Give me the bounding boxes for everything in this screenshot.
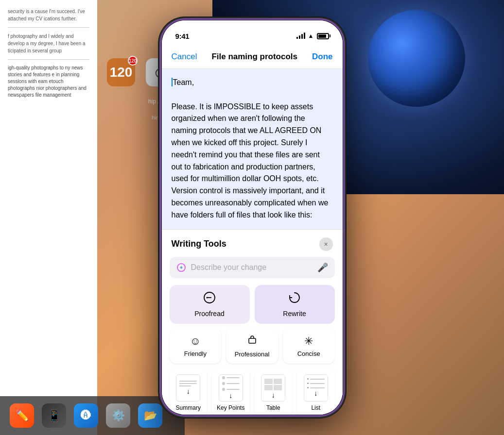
list-text-3 <box>310 387 325 388</box>
document-panel: security is a cause I'm succeed. I've at… <box>0 0 97 435</box>
writing-tools-row-1: Proofread Rewrite <box>162 285 343 324</box>
list-button[interactable]: ↓ List <box>297 368 335 415</box>
summary-arrow-icon: ↓ <box>187 387 190 395</box>
signal-bar-1 <box>296 37 298 39</box>
search-placeholder: Describe your change <box>191 263 313 272</box>
friendly-button[interactable]: ☺ Friendly <box>170 329 222 364</box>
wifi-icon: ▲ <box>308 33 314 39</box>
dock-icon-simulator[interactable]: 📱 <box>42 403 66 428</box>
grid-cell-4 <box>274 385 282 390</box>
text-salutation: Team, <box>172 77 333 89</box>
list-doc-lines <box>307 378 325 388</box>
dock-icon-settings[interactable]: ⚙️ <box>106 403 130 428</box>
list-icon-area: ↓ <box>304 374 328 402</box>
text-body: Please. It is IMPOSSIBLE to keep assets … <box>172 101 333 221</box>
key-points-doc-lines <box>222 376 240 391</box>
line-text-2 <box>226 383 240 384</box>
done-button[interactable]: Done <box>312 52 333 62</box>
rewrite-icon <box>288 291 301 307</box>
signal-bar-2 <box>299 35 300 39</box>
microphone-icon[interactable]: 🎤 <box>317 262 328 273</box>
doc-line-3 <box>179 385 191 386</box>
summary-doc-lines <box>179 381 197 386</box>
table-arrow-icon: ↓ <box>272 391 275 399</box>
app-dock: ✏️ 📱 🅐 ⚙️ 📂 <box>0 396 185 435</box>
signal-bar-3 <box>301 34 303 39</box>
svg-rect-4 <box>249 338 256 343</box>
iphone-frame: 9:41 ▲ Cancel File naming protocols Done <box>160 18 345 417</box>
globe-image <box>368 10 465 107</box>
document-title: File naming protocols <box>211 52 297 62</box>
concise-label: Concise <box>297 350 320 357</box>
doc-divider-2 <box>8 59 89 60</box>
key-points-line-1 <box>222 376 240 379</box>
signal-icon <box>296 33 305 39</box>
cancel-button[interactable]: Cancel <box>172 52 197 62</box>
status-icons: ▲ <box>296 33 329 39</box>
writing-tools-title: Writing Tools <box>172 239 226 249</box>
concise-button[interactable]: ✳ Concise <box>283 329 335 364</box>
table-doc-grid <box>264 379 282 390</box>
text-cursor <box>172 78 173 86</box>
summary-icon-area: ↓ <box>176 374 200 402</box>
doc-divider-1 <box>8 27 89 28</box>
bullet-3 <box>222 388 225 391</box>
list-line-3 <box>307 387 325 388</box>
app-badge-count: 120 <box>128 56 138 66</box>
ai-spark-icon <box>176 263 186 272</box>
proofread-label: Proofread <box>194 310 224 318</box>
signal-bar-4 <box>304 33 305 39</box>
doc-line-2 <box>179 383 197 384</box>
svg-point-3 <box>207 297 208 298</box>
list-line-2 <box>307 383 325 384</box>
rewrite-label: Rewrite <box>283 310 306 318</box>
key-points-label: Key Points <box>217 404 244 411</box>
key-points-icon-area: ↓ <box>219 374 243 402</box>
dock-icon-files[interactable]: 📂 <box>138 403 162 428</box>
navigation-bar: Cancel File naming protocols Done <box>162 45 343 69</box>
professional-button[interactable]: Professional <box>226 329 278 364</box>
badge-number: 120 <box>110 65 133 80</box>
table-button[interactable]: ↓ Table <box>255 368 293 415</box>
writing-tools-row-3: ↓ Summary <box>162 368 343 415</box>
dock-icon-pages[interactable]: ✏️ <box>10 403 34 428</box>
professional-label: Professional <box>235 351 270 358</box>
table-label: Table <box>266 404 280 411</box>
doc-line-1 <box>179 381 197 382</box>
professional-icon <box>247 335 258 348</box>
dock-icon-appstore[interactable]: 🅐 <box>74 403 98 428</box>
table-icon-area: ↓ <box>261 374 285 402</box>
proofread-icon <box>203 291 216 307</box>
battery-fill <box>318 34 326 38</box>
friendly-label: Friendly <box>184 350 207 357</box>
status-time: 9:41 <box>175 32 190 40</box>
proofread-button[interactable]: Proofread <box>170 285 250 324</box>
list-text-1 <box>310 379 325 380</box>
rewrite-button[interactable]: Rewrite <box>255 285 335 324</box>
grid-cell-1 <box>264 379 273 384</box>
summary-label: Summary <box>176 404 201 411</box>
line-text-1 <box>226 377 240 378</box>
app-icon-badge: 120 120 <box>107 58 135 86</box>
key-points-line-2 <box>222 382 240 385</box>
list-bullet-1 <box>307 378 309 380</box>
summary-button[interactable]: ↓ Summary <box>170 368 208 415</box>
text-content-area[interactable]: Team, Please. It is IMPOSSIBLE to keep a… <box>162 69 343 229</box>
writing-tools-search[interactable]: Describe your change 🎤 <box>170 257 335 278</box>
doc-text-2: f photography and l widely and develop a… <box>8 33 89 54</box>
key-points-button[interactable]: ↓ Key Points <box>212 368 250 415</box>
doc-text-1: security is a cause I'm succeed. I've at… <box>8 8 89 22</box>
bullet-1 <box>222 376 225 379</box>
writing-tools-close-button[interactable]: × <box>319 237 333 251</box>
key-points-line-3 <box>222 388 240 391</box>
doc-text-3: igh-quality photographs to ny news stori… <box>8 65 89 99</box>
friendly-icon: ☺ <box>190 335 201 348</box>
list-label: List <box>311 404 320 411</box>
grid-cell-2 <box>274 379 282 384</box>
line-text-3 <box>226 389 240 390</box>
status-bar: 9:41 ▲ <box>162 20 343 45</box>
writing-tools-panel: Writing Tools × Describe your change 🎤 <box>162 229 343 415</box>
list-text-2 <box>310 383 325 384</box>
battery-icon <box>317 33 329 39</box>
list-arrow-icon: ↓ <box>314 389 317 397</box>
